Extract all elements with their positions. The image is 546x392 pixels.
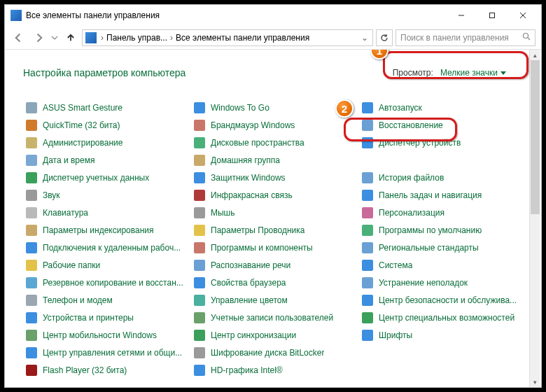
control-panel-item[interactable]: HD-графика Intel® (191, 361, 355, 379)
svg-rect-1 (490, 13, 495, 18)
control-panel-item[interactable]: Резервное копирование и восстан... (23, 274, 187, 291)
scrollbar-thumb[interactable] (531, 60, 540, 214)
item-icon (194, 102, 205, 113)
item-label: Свойства браузера (211, 278, 286, 288)
control-panel-item[interactable]: Администрирование (23, 134, 187, 151)
item-icon (26, 225, 37, 236)
item-icon (26, 137, 37, 148)
control-panel-item[interactable]: Подключения к удаленным рабоч... (23, 239, 187, 256)
item-label: HD-графика Intel® (211, 365, 283, 375)
control-panel-item[interactable]: Распознавание речи (191, 256, 355, 274)
control-panel-item[interactable]: Flash Player (32 бита) (23, 361, 187, 379)
control-panel-item[interactable]: Программы и компоненты (191, 239, 355, 256)
minimize-button[interactable] (446, 6, 477, 25)
control-panel-item[interactable]: Центр мобильности Windows (23, 326, 187, 344)
control-panel-item[interactable]: Восстановление (359, 116, 523, 134)
control-panel-item[interactable]: Устройства и принтеры (23, 309, 187, 326)
breadcrumb-segment[interactable]: Панель управ... (106, 33, 167, 43)
control-panel-item[interactable]: Диспетчер учетных данных (23, 169, 187, 186)
annotation-badge-2: 2 (335, 99, 354, 118)
close-button[interactable] (507, 6, 538, 25)
nav-back-button[interactable] (10, 29, 27, 46)
control-panel-item[interactable]: Центр управления сетями и общи... (23, 344, 187, 361)
maximize-button[interactable] (477, 6, 507, 25)
control-panel-item[interactable]: Инфракрасная связь (191, 186, 355, 204)
control-panel-item[interactable]: Шифрование диска BitLocker (191, 344, 355, 361)
control-panel-icon (10, 10, 22, 21)
control-panel-item[interactable]: Звук (23, 186, 187, 204)
control-panel-item[interactable]: Мышь (191, 204, 355, 221)
control-panel-item[interactable]: Центр безопасности и обслужива... (359, 291, 523, 309)
control-panel-item[interactable]: Региональные стандарты (359, 239, 523, 256)
item-icon (194, 190, 205, 201)
control-panel-item[interactable]: Windows To Go (191, 99, 355, 116)
control-panel-item[interactable]: Панель задач и навигация (359, 186, 523, 204)
control-panel-window: Все элементы панели управления › Панель … (4, 4, 542, 388)
view-by-dropdown[interactable]: Мелкие значки (440, 68, 506, 78)
item-icon (194, 155, 205, 166)
control-panel-item[interactable]: Диспетчер устройств (359, 134, 523, 151)
item-label: Диспетчер учетных данных (43, 173, 149, 183)
address-bar: › Панель управ... › Все элементы панели … (5, 26, 541, 50)
refresh-button[interactable] (376, 29, 393, 46)
item-label: Рабочие папки (43, 260, 100, 270)
breadcrumb[interactable]: › Панель управ... › Все элементы панели … (82, 29, 373, 46)
search-input[interactable]: Поиск в панели управления (396, 29, 536, 46)
item-label: Региональные стандарты (379, 243, 479, 253)
control-panel-item[interactable]: Телефон и модем (23, 291, 187, 309)
control-panel-item[interactable]: ASUS Smart Gesture (23, 99, 187, 116)
control-panel-item[interactable]: Шрифты (359, 326, 523, 344)
item-label: Инфракрасная связь (211, 190, 293, 200)
item-icon (194, 207, 205, 218)
item-icon (362, 190, 373, 201)
control-panel-item[interactable]: Устранение неполадок (359, 274, 523, 291)
item-icon (362, 172, 373, 183)
item-icon (194, 120, 205, 131)
control-panel-item[interactable]: Брандмауэр Windows (191, 116, 355, 134)
control-panel-item[interactable]: Учетные записи пользователей (191, 309, 355, 326)
item-icon (26, 102, 37, 113)
control-panel-icon (85, 32, 97, 43)
item-label: Центр безопасности и обслужива... (379, 295, 517, 305)
item-label: Устранение неполадок (379, 278, 468, 288)
control-panel-item[interactable]: Параметры Проводника (191, 221, 355, 239)
search-icon (522, 32, 531, 43)
item-icon (26, 242, 37, 253)
control-panel-item[interactable]: Клавиатура (23, 204, 187, 221)
control-panel-item[interactable]: Программы по умолчанию (359, 221, 523, 239)
item-label: Мышь (211, 208, 235, 218)
nav-up-button[interactable] (62, 29, 79, 46)
nav-recent-button[interactable] (50, 29, 59, 46)
control-panel-item[interactable]: Рабочие папки (23, 256, 187, 274)
item-icon (362, 295, 373, 306)
item-label: Резервное копирование и восстан... (43, 278, 183, 288)
control-panel-item[interactable]: Центр специальных возможностей (359, 309, 523, 326)
control-panel-item[interactable]: История файлов (359, 169, 523, 186)
window-title: Все элементы панели управления (26, 10, 446, 20)
control-panel-item[interactable]: Персонализация (359, 204, 523, 221)
control-panel-item[interactable]: Защитник Windows (191, 169, 355, 186)
control-panel-item[interactable]: Дисковые пространства (191, 134, 355, 151)
control-panel-item[interactable]: Параметры индексирования (23, 221, 187, 239)
control-panel-item[interactable]: Домашняя группа (191, 151, 355, 169)
breadcrumb-segment[interactable]: Все элементы панели управления (176, 33, 309, 43)
scroll-up-icon[interactable]: ▴ (530, 50, 540, 60)
control-panel-item[interactable]: Центр синхронизации (191, 326, 355, 344)
item-icon (194, 137, 205, 148)
control-panel-item[interactable]: QuickTime (32 бита) (23, 116, 187, 134)
view-by-block: Просмотр: Мелкие значки (384, 64, 523, 82)
nav-forward-button[interactable] (30, 29, 47, 46)
annotation-badge-1: 1 (370, 50, 388, 59)
control-panel-item[interactable]: Свойства браузера (191, 274, 355, 291)
vertical-scrollbar[interactable]: ▴ ▾ (529, 50, 540, 387)
item-label: Защитник Windows (211, 173, 286, 183)
control-panel-item[interactable]: Управление цветом (191, 291, 355, 309)
scroll-down-icon[interactable]: ▾ (530, 377, 540, 387)
page-title: Настройка параметров компьютера (23, 67, 186, 78)
control-panel-item[interactable]: Система (359, 256, 523, 274)
item-label: Шрифты (379, 330, 412, 340)
control-panel-item[interactable]: Автозапуск (359, 99, 523, 116)
item-label: Подключения к удаленным рабоч... (43, 243, 181, 253)
chevron-down-icon[interactable]: ⌄ (361, 33, 368, 43)
control-panel-item[interactable]: Дата и время (23, 151, 187, 169)
